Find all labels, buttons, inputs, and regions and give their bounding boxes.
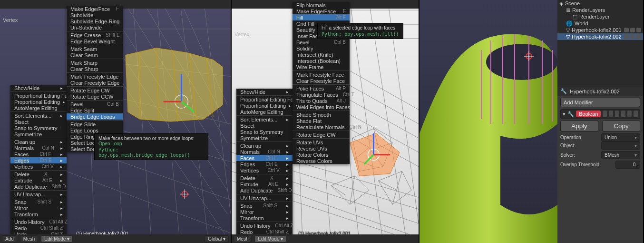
outliner[interactable]: ◈ Scene ≣RenderLayers⬚RenderLayer🌐World▽… — [557, 0, 643, 40]
menu-item[interactable]: Show/Hide — [10, 85, 67, 91]
menu-item[interactable]: Rotate UVs — [293, 139, 350, 145]
menu-item[interactable]: Symmetrize — [236, 135, 293, 141]
move-down[interactable] — [627, 111, 632, 117]
menu-item[interactable]: FacesCtrl F — [10, 151, 67, 157]
overlap-field[interactable]: 0. — [615, 161, 640, 169]
menu-item[interactable]: Tris to QuadsAlt J — [293, 98, 350, 104]
menu-item[interactable]: Flip Normals — [293, 2, 350, 8]
menu-item[interactable]: EdgesCtrl E — [10, 157, 67, 163]
menu-item[interactable]: BevelCtrl B — [293, 39, 350, 45]
menu-item[interactable]: NormalsCtrl N — [10, 145, 67, 151]
menu-item[interactable]: NormalsCtrl N — [236, 149, 293, 155]
object-dropdown[interactable] — [601, 142, 640, 150]
render-toggle[interactable] — [603, 111, 607, 117]
menu-item[interactable]: Subdivide — [67, 12, 123, 18]
menu-item[interactable]: Mirror — [10, 205, 67, 211]
expand-icon[interactable]: ▾ — [563, 111, 566, 117]
mesh-tab-2[interactable]: Mesh — [234, 235, 252, 243]
menu-item[interactable]: Proportional Editing — [236, 102, 293, 109]
menu-item[interactable]: Edge Bevel Weight — [67, 38, 123, 44]
menu-item[interactable]: SnapShift S — [10, 199, 67, 205]
menu-item[interactable]: Rotate Colors — [293, 152, 350, 158]
menu-item[interactable]: Proportional Editing Falloff — [10, 92, 67, 99]
menu-item[interactable]: VerticesCtrl V — [236, 167, 293, 173]
menu-item[interactable]: Transform — [10, 211, 67, 217]
menu-item[interactable]: BevelCtrl B — [67, 101, 123, 107]
add-tab[interactable]: Add — [2, 235, 17, 243]
menu-item[interactable]: Intersect (Boolean) — [293, 58, 350, 64]
menu-item[interactable]: ExtrudeAlt E — [236, 181, 293, 187]
menu-item[interactable]: AutoMerge Editing — [236, 109, 293, 115]
menu-item[interactable]: Make Edge/FaceF — [293, 8, 350, 14]
menu-item[interactable]: Mark Seam — [67, 46, 123, 52]
menu-item[interactable]: Show/Hide — [236, 89, 293, 95]
apply-button[interactable]: Apply — [560, 121, 598, 132]
menu-item[interactable]: Mark Freestyle Face — [293, 71, 350, 78]
menu-item[interactable]: Wire Frame — [293, 64, 350, 70]
menu-item[interactable]: Un-Subdivide — [67, 24, 123, 30]
outliner-item[interactable]: 🌐World — [557, 20, 643, 27]
operation-dropdown[interactable]: Union — [601, 133, 640, 142]
menu-item[interactable]: Rotate Edge CW — [293, 132, 350, 138]
menu-item[interactable]: ExtrudeAlt E — [10, 177, 67, 183]
menu-item[interactable]: EdgesCtrl E — [236, 161, 293, 167]
menu-item[interactable]: Undo HistoryCtrl Alt Z — [236, 223, 293, 229]
menu-item[interactable]: Reverse UVs — [293, 145, 350, 152]
menu-item[interactable]: Sort Elements... — [236, 116, 293, 122]
editmode-toggle[interactable] — [615, 111, 619, 117]
modifier-header[interactable]: ▾ 🔧 Boolean — [560, 109, 640, 119]
restrict-toggles[interactable] — [624, 34, 641, 39]
menu-item[interactable]: Add DuplicateShift D — [10, 183, 67, 190]
menu-item[interactable]: Edge Slide — [67, 121, 123, 127]
menu-item[interactable]: Clean up — [10, 139, 67, 145]
viewport-3[interactable] — [420, 0, 557, 243]
menu-item[interactable]: Shade Flat — [293, 118, 350, 124]
menu-item[interactable]: Snap to Symmetry — [10, 125, 67, 131]
menu-item[interactable]: Add DuplicateShift D — [236, 187, 293, 193]
menu-item[interactable]: Recalculate NormalsCtrl N — [293, 124, 350, 130]
menu-item[interactable]: Mirror — [236, 209, 293, 215]
menu-item[interactable]: Clear Freestyle Edge — [67, 80, 123, 86]
solver-dropdown[interactable]: BMesh — [601, 151, 640, 159]
menu-item[interactable]: Mark Freestyle Edge — [67, 73, 123, 80]
menu-item[interactable]: Snap to Symmetry — [236, 129, 293, 135]
edges-submenu[interactable]: Make Edge/FaceFSubdivideSubdivide Edge-R… — [67, 6, 123, 152]
menu-item[interactable]: Clear Seam — [67, 52, 123, 58]
outliner-item[interactable]: ⬚RenderLayer — [557, 13, 643, 20]
menu-item[interactable]: Edge Split — [67, 107, 123, 113]
menu-item[interactable]: Bisect — [236, 122, 293, 129]
menu-item[interactable]: RedoCtrl Shift Z — [10, 225, 67, 231]
menu-item[interactable]: Proportional Editing Falloff — [236, 96, 293, 102]
menu-item[interactable]: Edge Loops — [67, 127, 123, 133]
outliner-item[interactable]: ▽Hyperhook-tofix2.002 — [557, 33, 643, 40]
outliner-item[interactable]: ≣RenderLayers — [557, 7, 643, 13]
outliner-item[interactable]: ▽Hyperhook-tofix2.001 — [557, 27, 643, 33]
add-modifier-dropdown[interactable]: Add Modifier — [560, 98, 640, 107]
delete-modifier[interactable] — [634, 111, 638, 117]
menu-item[interactable]: Subdivide Edge-Ring — [67, 18, 123, 24]
menu-item[interactable]: UV Unwrap... — [10, 191, 67, 197]
menu-item[interactable]: Transform — [236, 215, 293, 221]
menu-item[interactable]: Sort Elements... — [10, 112, 67, 119]
mesh-context-menu-2[interactable]: Show/HideProportional Editing FalloffPro… — [236, 89, 293, 241]
menu-item[interactable]: Rotate Edge CCW — [67, 93, 123, 100]
menu-item[interactable]: Rotate Edge CW — [67, 87, 123, 93]
menu-item[interactable]: Bisect — [10, 119, 67, 125]
copy-button[interactable]: Copy — [602, 121, 640, 132]
menu-item[interactable]: Triangulate FacesCtrl T — [293, 91, 350, 98]
menu-item[interactable]: Poke FacesAlt P — [293, 85, 350, 91]
menu-item[interactable]: Undo HistoryCtrl Alt Z — [10, 219, 67, 225]
menu-item[interactable]: Weld Edges into Faces — [293, 104, 350, 110]
mode-dropdown[interactable]: Edit Mode ▾ — [41, 235, 73, 243]
menu-item[interactable]: Clean up — [236, 142, 293, 149]
menu-item[interactable]: UV Unwrap... — [236, 195, 293, 201]
menu-item[interactable]: Solidify — [293, 45, 350, 51]
menu-item[interactable]: FacesCtrl F — [236, 155, 293, 161]
outliner-scene[interactable]: ◈ Scene — [557, 0, 643, 7]
menu-item[interactable]: Intersect (Knife) — [293, 51, 350, 58]
restrict-toggles[interactable] — [624, 28, 641, 32]
menu-item[interactable]: Proportional Editing — [10, 99, 67, 105]
menu-item[interactable]: DeleteX — [10, 171, 67, 177]
menu-item[interactable]: Reverse Colors — [293, 158, 350, 164]
menu-item[interactable]: Shade Smooth — [293, 111, 350, 118]
